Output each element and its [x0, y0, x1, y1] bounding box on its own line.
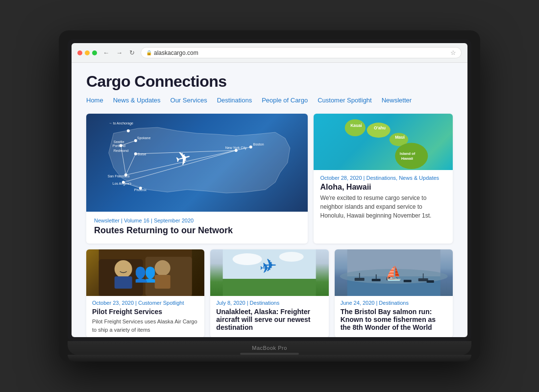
nav-home[interactable]: Home	[86, 97, 103, 104]
city-anchorage	[127, 129, 130, 132]
plane-svg: ✈	[210, 249, 328, 296]
featured-card-body: Newsletter | Volume 16 | September 2020 …	[86, 212, 308, 244]
label-la: Los Angeles	[113, 182, 132, 186]
close-btn[interactable]	[77, 50, 82, 55]
browser-chrome: ← → ↻ 🔒 alaskacargo.com ☆	[72, 43, 467, 63]
kauai-label: Kauai	[350, 123, 362, 128]
pilot-card[interactable]: October 23, 2020 | Customer Spotlight Pi…	[86, 249, 204, 337]
label-boston: Boston	[253, 143, 264, 146]
svg-rect-23	[426, 280, 434, 283]
maui-label: Maui	[395, 135, 405, 140]
big-island-label: Island of	[399, 151, 415, 156]
svg-rect-7	[223, 249, 316, 279]
lock-icon: 🔒	[146, 50, 152, 55]
unalakleet-card[interactable]: ✈ July 8, 2020 | Destinations Unalakleet…	[210, 249, 328, 337]
page-content: Cargo Connections Home News & Updates Ou…	[72, 63, 467, 337]
svg-rect-20	[403, 280, 411, 282]
url-text: alaskacargo.com	[154, 49, 198, 56]
hawaii-card-body: October 28, 2020 | Destinations, News & …	[314, 170, 453, 225]
big-island-label2: Hawaii	[401, 156, 413, 161]
hawaii-card-desc: We're excited to resume cargo service to…	[320, 194, 446, 220]
plane-emoji: ✈	[260, 261, 271, 276]
label-boise: Boise	[138, 152, 147, 156]
forward-button[interactable]: →	[114, 48, 124, 57]
refresh-button[interactable]: ↻	[127, 48, 137, 57]
site-title: Cargo Connections	[86, 73, 453, 91]
screen-bezel: ← → ↻ 🔒 alaskacargo.com ☆ Cargo Connecti…	[68, 39, 471, 341]
label-redmond: Redmond	[114, 149, 128, 152]
nav-news[interactable]: News & Updates	[113, 97, 161, 104]
label-portland: Portland	[113, 144, 125, 147]
featured-card-title: Routes Returning to our Network	[94, 225, 300, 236]
maximize-btn[interactable]	[92, 50, 97, 55]
nav-destinations[interactable]: Destinations	[217, 97, 252, 104]
fishing-svg	[335, 249, 453, 296]
nav-newsletter[interactable]: Newsletter	[382, 97, 412, 104]
svg-rect-14	[354, 278, 364, 281]
main-grid: → to Anchorage Seattle Portland Redmond …	[86, 114, 453, 244]
nav-services[interactable]: Our Services	[171, 97, 207, 104]
label-phoenix: Phoenix	[134, 188, 147, 192]
window-controls	[77, 50, 97, 55]
svg-point-10	[279, 252, 304, 262]
hawaii-card[interactable]: Kauai O'ahu Maui Island of Hawa	[314, 114, 453, 244]
bristol-card[interactable]: June 24, 2020 | Destinations The Bristol…	[335, 249, 453, 337]
pilot-svg	[86, 249, 204, 296]
label-spokane: Spokane	[137, 136, 151, 140]
plane-thumbnail: ✈	[210, 249, 328, 296]
svg-rect-8	[223, 279, 316, 296]
pilot-card-desc: Pilot Freight Services uses Alaska Air C…	[92, 318, 198, 334]
svg-rect-18	[386, 277, 397, 280]
address-bar[interactable]: 🔒 alaskacargo.com ☆	[141, 47, 462, 58]
bristol-card-meta: June 24, 2020 | Destinations	[341, 300, 447, 306]
nav-people[interactable]: People of Cargo	[262, 97, 308, 104]
laptop-model-label: MacBook Pro	[252, 345, 287, 351]
pilot-thumbnail	[86, 249, 204, 296]
hawaii-card-meta: October 28, 2020 | Destinations, News & …	[320, 175, 446, 181]
label-anchorage: → to Anchorage	[109, 122, 133, 125]
label-nyc: New York City	[225, 146, 247, 150]
svg-point-4	[155, 260, 171, 276]
svg-rect-5	[115, 276, 132, 289]
hawaii-map-svg: Kauai O'ahu Maui Island of Hawa	[314, 114, 453, 170]
nav-menu: Home News & Updates Our Services Destina…	[86, 97, 453, 104]
unalakleet-card-title: Unalakleet, Alaska: Freighter aircraft w…	[216, 308, 322, 331]
unalakleet-card-body: July 8, 2020 | Destinations Unalakleet, …	[210, 296, 328, 337]
bristol-card-body: June 24, 2020 | Destinations The Bristol…	[335, 296, 453, 337]
unalakleet-card-meta: July 8, 2020 | Destinations	[216, 300, 322, 306]
route-map-svg: → to Anchorage Seattle Portland Redmond …	[86, 114, 308, 212]
svg-rect-6	[155, 275, 171, 289]
hawaii-card-title: Aloha, Hawaii	[320, 183, 446, 192]
browser-nav-icons: ← → ↻	[101, 48, 137, 57]
svg-rect-16	[371, 279, 380, 281]
pilot-card-body: October 23, 2020 | Customer Spotlight Pi…	[86, 296, 204, 337]
back-button[interactable]: ←	[101, 48, 111, 57]
oahu-label: O'ahu	[374, 125, 386, 130]
laptop-bottom-bar: MacBook Pro	[68, 341, 471, 355]
bottom-grid: October 23, 2020 | Customer Spotlight Pi…	[86, 249, 453, 337]
map-image: → to Anchorage Seattle Portland Redmond …	[86, 114, 308, 212]
label-seattle: Seattle	[114, 140, 124, 144]
svg-point-9	[233, 253, 262, 265]
laptop-frame: ← → ↻ 🔒 alaskacargo.com ☆ Cargo Connecti…	[59, 30, 480, 362]
nav-spotlight[interactable]: Customer Spotlight	[318, 97, 372, 104]
svg-point-3	[115, 260, 132, 278]
city-boise	[134, 152, 137, 155]
city-boston	[249, 146, 252, 148]
browser-content: Cargo Connections Home News & Updates Ou…	[72, 63, 467, 337]
pilot-card-title: Pilot Freight Services	[92, 308, 198, 316]
bristol-card-title: The Bristol Bay salmon run: Known to som…	[341, 308, 447, 331]
minimize-btn[interactable]	[85, 50, 90, 55]
hawaii-map-image: Kauai O'ahu Maui Island of Hawa	[314, 114, 453, 170]
pilot-card-meta: October 23, 2020 | Customer Spotlight	[92, 300, 198, 306]
featured-card-meta: Newsletter | Volume 16 | September 2020	[94, 218, 300, 223]
fishing-thumbnail	[335, 249, 453, 296]
featured-card[interactable]: → to Anchorage Seattle Portland Redmond …	[86, 114, 308, 244]
laptop-stand	[68, 355, 471, 362]
label-sf: San Francisco	[108, 174, 130, 178]
bookmark-icon[interactable]: ☆	[450, 49, 456, 56]
